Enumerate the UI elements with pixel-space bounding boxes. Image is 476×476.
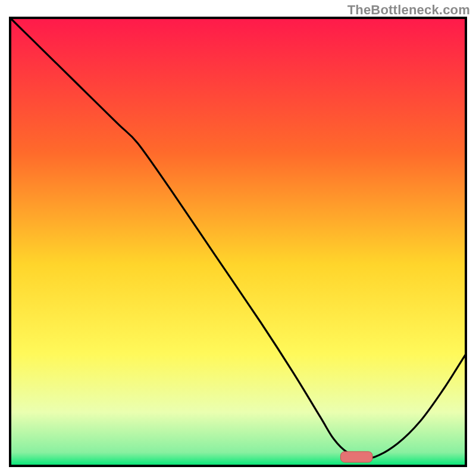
chart-stage: TheBottleneck.com <box>0 0 476 476</box>
optimal-marker <box>340 452 372 462</box>
chart-svg <box>9 17 467 467</box>
watermark-text: TheBottleneck.com <box>347 2 470 18</box>
plot-frame <box>9 17 467 467</box>
